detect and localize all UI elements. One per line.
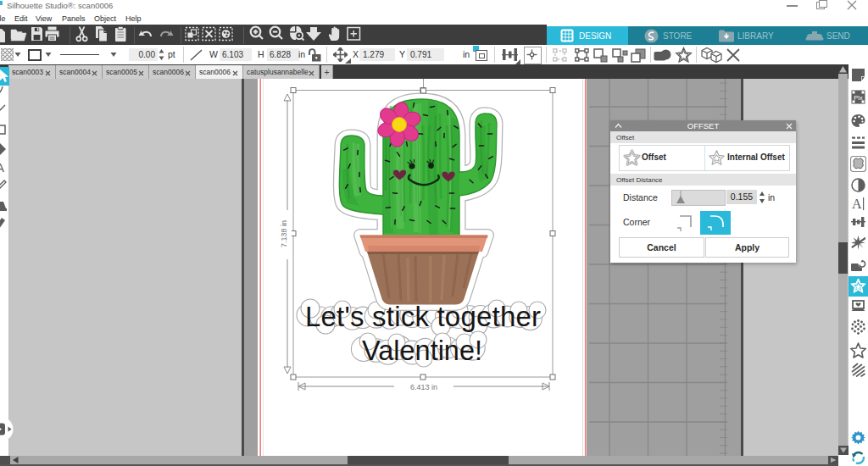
svg-text:Pix: Pix (854, 94, 863, 102)
svg-text:A: A (852, 197, 862, 211)
svg-text:A: A (0, 160, 4, 174)
svg-text:6.413 in: 6.413 in (410, 383, 437, 391)
svg-text:Let's stick together: Let's stick together (305, 301, 541, 332)
svg-text:7.138 in: 7.138 in (280, 220, 288, 247)
svg-text:Valentine!: Valentine! (362, 335, 482, 366)
